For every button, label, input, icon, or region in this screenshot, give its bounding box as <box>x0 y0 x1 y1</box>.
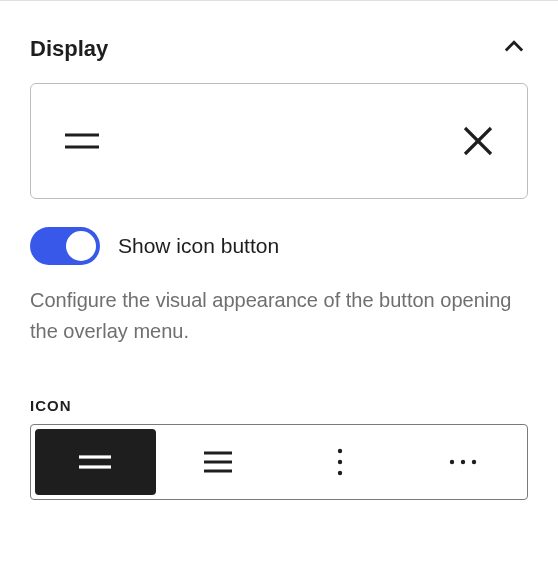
show-icon-button-row: Show icon button <box>30 227 528 265</box>
description-text: Configure the visual appearance of the b… <box>30 285 528 347</box>
svg-point-11 <box>338 471 342 475</box>
icon-subheading: ICON <box>30 397 528 414</box>
show-icon-button-toggle[interactable] <box>30 227 100 265</box>
svg-point-10 <box>338 460 342 464</box>
icon-option-hamburger-two-lines[interactable] <box>35 429 156 495</box>
icon-picker <box>30 424 528 500</box>
icon-preview-box <box>30 83 528 199</box>
svg-point-14 <box>472 460 476 464</box>
icon-option-horizontal-dots[interactable] <box>403 429 524 495</box>
icon-option-vertical-dots[interactable] <box>280 429 401 495</box>
svg-point-13 <box>461 460 465 464</box>
svg-point-12 <box>450 460 454 464</box>
hamburger-icon <box>63 124 101 158</box>
chevron-up-icon <box>500 33 528 65</box>
toggle-label: Show icon button <box>118 234 279 258</box>
icon-option-hamburger-three-lines[interactable] <box>158 429 279 495</box>
display-section-header[interactable]: Display <box>30 21 528 83</box>
close-icon <box>461 124 495 158</box>
section-title: Display <box>30 36 108 62</box>
svg-point-9 <box>338 449 342 453</box>
